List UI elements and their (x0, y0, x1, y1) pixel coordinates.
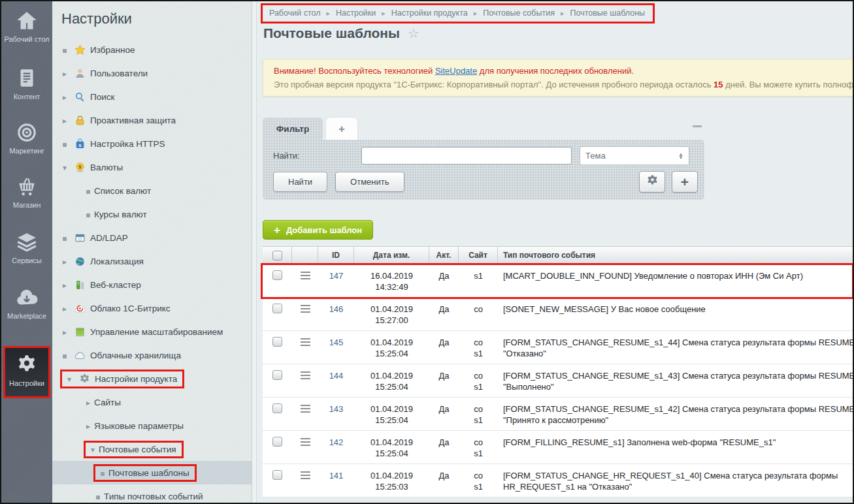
rail-item-settings[interactable]: Настройки (3, 346, 50, 398)
sidebar-item-users[interactable]: Пользователи (52, 61, 252, 85)
row-id-link[interactable]: 146 (329, 304, 344, 314)
rail-item-services[interactable]: Сервисы (1, 230, 52, 265)
expand-arrow-icon (60, 69, 69, 78)
row-id-link[interactable]: 147 (329, 271, 344, 281)
sidebar-item-webcluster[interactable]: Веб-кластер (52, 273, 252, 296)
gear-icon (646, 174, 659, 189)
field-select[interactable]: Тема ▲▼ (580, 146, 689, 165)
sidebar-item-cloud-storage[interactable]: Облачные хранилища (52, 343, 252, 367)
row-id-link[interactable]: 145 (329, 338, 344, 347)
select-all-checkbox[interactable] (272, 251, 282, 260)
sidebar-item-mail-events[interactable]: Почтовые события (52, 437, 252, 461)
row-checkbox[interactable] (272, 304, 282, 313)
find-button[interactable]: Найти (273, 172, 327, 192)
header-active[interactable]: Акт. (429, 247, 459, 264)
sidebar-item-mail-templates[interactable]: Почтовые шаблоны (52, 461, 252, 484)
bullet-marker (93, 492, 103, 501)
sidebar-item-scaling[interactable]: Управление масштабированием (52, 320, 252, 343)
breadcrumb-item-mail-templates[interactable]: Почтовые шаблоны (570, 8, 645, 18)
row-id-link[interactable]: 144 (329, 371, 344, 381)
rail-item-desktop[interactable]: Рабочий стол (1, 9, 52, 44)
row-menu-icon[interactable] (301, 471, 310, 479)
sidebar-item-adldap[interactable]: AD/LDAP (52, 226, 252, 249)
header-date[interactable]: Дата изм. (354, 247, 429, 264)
sidebar-item-proactive-protection[interactable]: Проактивная защита (52, 108, 252, 132)
row-id-link[interactable]: 143 (329, 404, 344, 414)
sidebar-item-search[interactable]: Поиск (52, 85, 252, 108)
sidebar-item-language-params[interactable]: Языковые параметры (52, 414, 252, 437)
filter-settings-button[interactable] (639, 171, 665, 193)
rail-item-label: Рабочий стол (1, 35, 52, 44)
product-settings-gear-icon (79, 373, 90, 385)
bullet-marker (60, 233, 69, 243)
table-row: 142 01.04.201915:25:04 Да cos1 [FORM_FIL… (263, 431, 854, 464)
row-menu-icon[interactable] (301, 405, 310, 413)
breadcrumb-item-mail-events[interactable]: Почтовые события (483, 8, 555, 18)
sidebar-item-favorites[interactable]: Избранное (52, 38, 252, 61)
row-menu-icon[interactable] (301, 438, 310, 446)
add-filter-field-button[interactable]: + (672, 171, 698, 193)
row-site: cos1 (459, 364, 498, 397)
row-checkbox[interactable] (272, 370, 282, 380)
breadcrumb-item-settings[interactable]: Настройки (336, 8, 376, 18)
trial-warning: Это пробная версия продукта "1С-Битрикс:… (274, 80, 854, 89)
sidebar-item-localization[interactable]: Локализация (52, 249, 252, 273)
collapse-filter-button[interactable] (693, 125, 702, 127)
header-site[interactable]: Сайт (459, 247, 498, 264)
sidebar-item-sites[interactable]: Сайты (52, 390, 252, 414)
expand-arrow-icon (60, 327, 69, 337)
row-menu-icon[interactable] (301, 305, 310, 313)
row-checkbox[interactable] (272, 470, 282, 480)
search-input[interactable] (361, 147, 572, 165)
row-menu-icon[interactable] (301, 272, 310, 279)
annotation-box-product-settings: Настройки продукта (60, 370, 184, 388)
update-warning: Внимание! Воспользуйтесь технологией Sit… (274, 66, 854, 76)
home-icon (15, 9, 39, 33)
rail-item-content[interactable]: Контент (1, 67, 52, 101)
header-event-type[interactable]: Тип почтового события (498, 247, 854, 264)
favorite-star-icon[interactable]: ☆ (408, 25, 419, 41)
rail-item-label: Сервисы (1, 257, 52, 265)
lock-icon (74, 115, 86, 126)
breadcrumb-separator-icon: ▸ (326, 9, 330, 18)
table-header-row: ID Дата изм. Акт. Сайт Тип почтового соб… (263, 246, 854, 264)
row-event-type: [FORM_STATUS_CHANGE_RESUME_s1_43] Смена … (498, 364, 854, 397)
row-checkbox[interactable] (272, 437, 282, 447)
sidebar-item-currency-rates[interactable]: Курсы валют (52, 202, 252, 226)
rail-item-store[interactable]: Магазин (1, 175, 52, 210)
store-cart-icon (15, 175, 39, 198)
breadcrumb-item-product-settings[interactable]: Настройки продукта (391, 8, 468, 18)
row-id-link[interactable]: 141 (329, 471, 344, 480)
content-icon (15, 67, 39, 90)
add-template-button[interactable]: + Добавить шаблон (263, 220, 373, 240)
field-select-value: Тема (585, 151, 606, 161)
row-checkbox[interactable] (272, 270, 282, 280)
expand-arrow-icon (60, 92, 69, 102)
header-id[interactable]: ID (318, 247, 354, 264)
add-filter-tab-button[interactable]: + (326, 118, 357, 140)
sidebar-item-bitrix-cloud[interactable]: Облако 1С-Битрикс (52, 296, 252, 320)
table-row: 146 01.04.201915:27:00 Да co [SONET_NEW_… (263, 298, 854, 331)
breadcrumb-item-desktop[interactable]: Рабочий стол (269, 8, 320, 18)
sidebar-item-currencies[interactable]: $Валюты (52, 155, 252, 179)
row-menu-icon[interactable] (301, 371, 310, 379)
sidebar-item-mail-event-types[interactable]: Типы почтовых событий (52, 484, 252, 504)
row-date: 01.04.201915:27:00 (354, 298, 429, 330)
filter-tab[interactable]: Фильтр (263, 118, 323, 140)
marketing-target-icon (15, 121, 39, 144)
siteupdate-link[interactable]: SiteUpdate (435, 66, 477, 76)
row-menu-icon[interactable] (301, 338, 310, 346)
bullet-marker (98, 468, 107, 478)
bitrix-admin-screen: Рабочий стол Контент Маркетинг Магазин С… (0, 0, 854, 504)
main-content: Рабочий стол ▸ Настройки ▸ Настройки про… (257, 1, 854, 503)
row-id-link[interactable]: 142 (329, 437, 344, 447)
sidebar-item-product-settings[interactable]: Настройки продукта (52, 367, 252, 390)
users-icon (74, 68, 86, 79)
cancel-button[interactable]: Отменить (335, 172, 404, 192)
rail-item-marketing[interactable]: Маркетинг (1, 121, 52, 155)
sidebar-item-currency-list[interactable]: Список валют (52, 179, 252, 202)
sidebar-item-https[interactable]: sНастройка HTTPS (52, 132, 252, 155)
row-checkbox[interactable] (272, 337, 282, 347)
row-checkbox[interactable] (272, 403, 282, 413)
rail-item-marketplace[interactable]: Marketplace (1, 286, 52, 321)
